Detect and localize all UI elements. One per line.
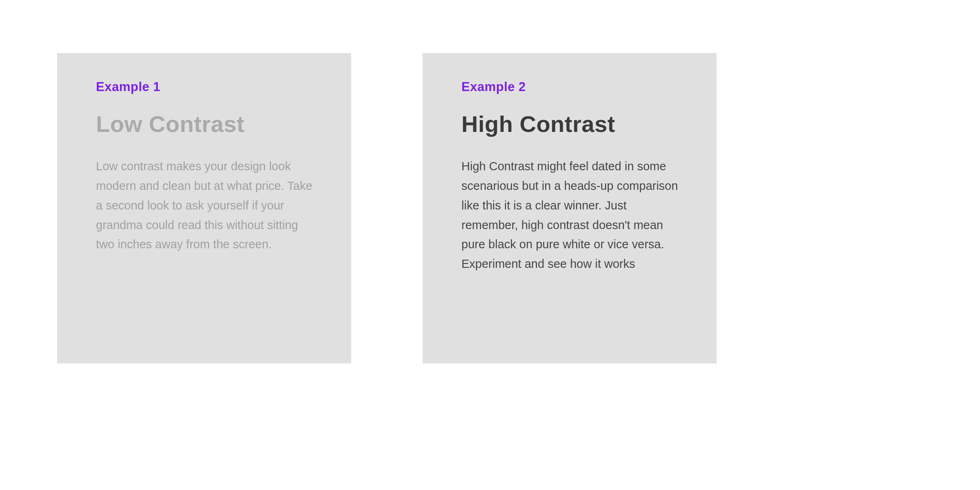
example-card-low-contrast: Example 1 Low Contrast Low contrast make… (57, 53, 351, 363)
eyebrow-label: Example 2 (461, 80, 680, 94)
card-body: Low contrast makes your design look mode… (96, 157, 314, 254)
card-title: Low Contrast (96, 111, 314, 137)
card-body: High Contrast might feel dated in some s… (461, 157, 680, 274)
card-title: High Contrast (461, 111, 680, 137)
example-card-high-contrast: Example 2 High Contrast High Contrast mi… (423, 53, 717, 363)
eyebrow-label: Example 1 (96, 80, 314, 94)
